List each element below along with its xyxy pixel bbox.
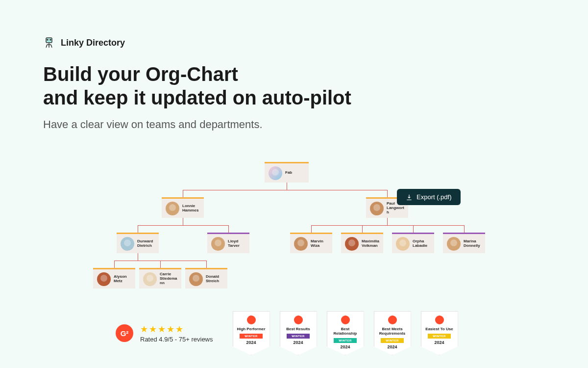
avatar bbox=[447, 237, 461, 251]
connector bbox=[464, 225, 465, 233]
avatar bbox=[121, 237, 134, 251]
rating-text: Rated 4.9/5 - 75+ reviews bbox=[140, 336, 213, 343]
avatar bbox=[211, 237, 225, 251]
brand: Linky Directory bbox=[43, 37, 588, 49]
org-node[interactable]: Donald Streich bbox=[185, 268, 227, 289]
svg-point-1 bbox=[47, 39, 48, 40]
org-chart: Fab Lonnie Hammes Paul Langworth Durward… bbox=[93, 157, 495, 309]
award-badge: Best Meets Requirements WINTER 2024 bbox=[374, 311, 411, 355]
avatar bbox=[294, 237, 308, 251]
badge-title: Best Relationship bbox=[327, 327, 364, 336]
connector bbox=[362, 225, 363, 233]
connector bbox=[183, 190, 387, 190]
social-proof-footer: G² ★ ★ ★ ★ ★ Rated 4.9/5 - 75+ reviews H… bbox=[116, 311, 458, 355]
org-node[interactable]: Carrie Stiedemann bbox=[139, 268, 181, 289]
org-node-name: Fab bbox=[285, 171, 292, 175]
badge-ribbon: WINTER bbox=[334, 338, 357, 343]
badge-title: High Performer bbox=[235, 327, 267, 332]
org-node[interactable]: Lonnie Hammes bbox=[162, 197, 204, 218]
g2-icon bbox=[435, 315, 444, 324]
award-badges: High Performer WINTER 2024 Best Results … bbox=[233, 311, 458, 355]
connector bbox=[114, 261, 115, 268]
org-node-name: Marina Donnelly bbox=[464, 239, 481, 248]
org-node-name: Alyson Metz bbox=[114, 275, 131, 284]
connector bbox=[206, 261, 207, 268]
brand-robot-icon bbox=[43, 37, 55, 49]
g2-icon bbox=[247, 315, 256, 324]
connector bbox=[183, 218, 183, 225]
star-icon: ★ bbox=[158, 324, 166, 335]
connector bbox=[228, 225, 229, 233]
badge-year: 2024 bbox=[434, 340, 444, 345]
g2-icon bbox=[341, 315, 350, 324]
connector bbox=[387, 190, 388, 197]
connector bbox=[287, 183, 287, 190]
connector bbox=[183, 190, 183, 197]
download-icon bbox=[406, 194, 413, 201]
org-node-name: Marvin Wiza bbox=[311, 239, 328, 248]
star-icon: ★ bbox=[140, 324, 148, 335]
org-node-name: Lloyd Tarver bbox=[228, 239, 245, 248]
hero-header: Linky Directory Build your Org-Chart and… bbox=[0, 0, 588, 131]
svg-point-2 bbox=[50, 39, 51, 40]
subheadline: Have a clear view on teams and departmen… bbox=[43, 118, 588, 131]
avatar bbox=[189, 272, 203, 286]
badge-year: 2024 bbox=[387, 344, 397, 349]
svg-line-6 bbox=[51, 45, 52, 48]
award-badge: High Performer WINTER 2024 bbox=[233, 311, 270, 355]
org-node[interactable]: Marina Donnelly bbox=[443, 233, 485, 253]
headline-line-2: and keep it updated on auto-pilot bbox=[43, 87, 351, 108]
star-rating: ★ ★ ★ ★ ★ bbox=[140, 324, 213, 335]
g2-logo-icon: G² bbox=[116, 324, 133, 342]
badge-ribbon: WINTER bbox=[381, 338, 404, 343]
avatar bbox=[269, 166, 282, 180]
connector bbox=[387, 218, 388, 225]
badge-year: 2024 bbox=[293, 340, 303, 345]
star-icon: ★ bbox=[167, 324, 174, 335]
g2-icon bbox=[388, 315, 397, 324]
award-badge: Best Relationship WINTER 2024 bbox=[327, 311, 364, 355]
org-node[interactable]: Maximilia Volkman bbox=[341, 233, 383, 253]
brand-name: Linky Directory bbox=[61, 38, 125, 48]
org-node[interactable]: Marvin Wiza bbox=[290, 233, 332, 253]
org-node-name: Orpha Labadie bbox=[413, 239, 430, 248]
badge-title: Easiest To Use bbox=[423, 327, 455, 332]
award-badge: Easiest To Use WINTER 2024 bbox=[421, 311, 458, 355]
badge-ribbon: WINTER bbox=[428, 334, 451, 339]
connector bbox=[413, 225, 414, 233]
avatar bbox=[345, 237, 359, 251]
export-pdf-button[interactable]: Export (.pdf) bbox=[397, 189, 461, 205]
export-label: Export (.pdf) bbox=[416, 193, 452, 201]
star-icon: ★ bbox=[175, 324, 183, 335]
org-node-name: Durward Dietrich bbox=[137, 239, 155, 248]
connector bbox=[160, 261, 161, 268]
connector bbox=[138, 253, 138, 261]
avatar bbox=[97, 272, 111, 286]
badge-year: 2024 bbox=[340, 344, 350, 349]
org-node-name: Maximilia Volkman bbox=[362, 239, 379, 248]
award-badge: Best Results WINTER 2024 bbox=[280, 311, 317, 355]
connector bbox=[138, 225, 138, 233]
avatar bbox=[370, 202, 384, 215]
org-node[interactable]: Lloyd Tarver bbox=[207, 233, 249, 253]
org-node-name: Carrie Stiedemann bbox=[160, 272, 177, 285]
svg-line-5 bbox=[46, 45, 47, 48]
headline: Build your Org-Chart and keep it updated… bbox=[43, 62, 588, 109]
org-node[interactable]: Alyson Metz bbox=[93, 268, 135, 289]
connector bbox=[311, 225, 464, 226]
star-icon: ★ bbox=[149, 324, 157, 335]
org-node-root[interactable]: Fab bbox=[265, 162, 309, 183]
badge-title: Best Results bbox=[284, 327, 312, 332]
org-node-name: Donald Streich bbox=[206, 275, 223, 284]
badge-title: Best Meets Requirements bbox=[374, 327, 411, 336]
badge-ribbon: WINTER bbox=[287, 334, 310, 339]
org-node[interactable]: Durward Dietrich bbox=[117, 233, 159, 253]
avatar bbox=[396, 237, 410, 251]
connector bbox=[311, 225, 312, 233]
badge-ribbon: WINTER bbox=[240, 334, 263, 339]
avatar bbox=[143, 272, 157, 286]
org-node[interactable]: Orpha Labadie bbox=[392, 233, 434, 253]
g2-icon bbox=[294, 315, 303, 324]
connector bbox=[138, 225, 228, 226]
badge-year: 2024 bbox=[246, 340, 256, 345]
